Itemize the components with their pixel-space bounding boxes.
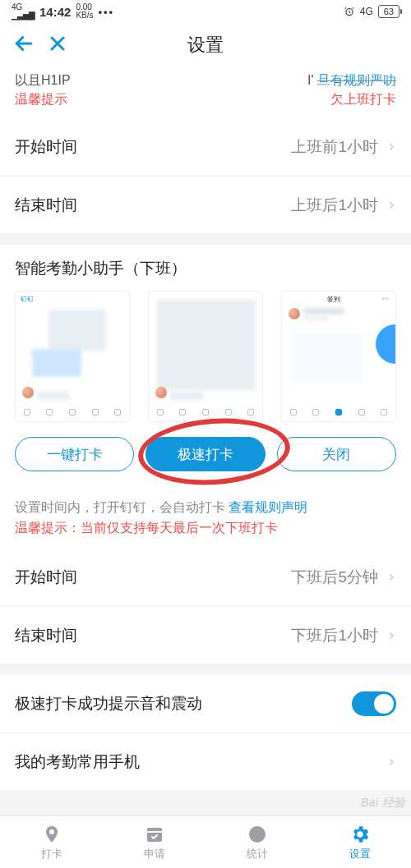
assistant-section: 智能考勤小助手（下班） 钉钉 ◦◦◦ 签到: [0, 245, 411, 488]
mode-button-row: 一键打卡 极速打卡 关闭: [15, 437, 396, 471]
tab-label: 统计: [247, 847, 268, 861]
warm-tip-1: 温馨提示 欠上班打卡: [0, 91, 411, 118]
tab-checkin[interactable]: 打卡: [41, 824, 62, 861]
preview-card: [148, 291, 263, 422]
rule-link[interactable]: 查看规则声明: [229, 500, 307, 514]
status-network: 4G: [360, 6, 373, 17]
partial-text-left: 以且H1IP: [15, 72, 71, 90]
status-kbs: 0.00 KB/s: [76, 3, 93, 20]
assistant-desc: 设置时间内，打开钉钉，会自动打卡 查看规则声明 温馨提示：当前仅支持每天最后一次…: [0, 488, 411, 549]
section-other-settings: 极速打卡成功提示音和震动 我的考勤常用手机: [0, 675, 411, 790]
tab-label: 打卡: [41, 847, 62, 861]
row-label: 开始时间: [15, 136, 77, 158]
row-label: 我的考勤常用手机: [15, 751, 140, 773]
svg-rect-1: [147, 828, 162, 842]
chevron-right-icon: [386, 627, 396, 644]
row-label: 结束时间: [15, 625, 77, 646]
mode-fast[interactable]: 极速打卡: [145, 437, 265, 471]
preview-row: 钉钉 ◦◦◦ 签到: [15, 291, 396, 422]
bottom-tab-bar: 打卡 申请 统计 设置: [0, 815, 411, 868]
partial-text-right: I' 旦有规则严叻: [307, 72, 396, 90]
chevron-right-icon: [386, 197, 396, 214]
obscured-region: [71, 93, 327, 108]
back-button[interactable]: [12, 31, 36, 59]
alarm-icon: [344, 6, 355, 17]
close-button[interactable]: [48, 34, 67, 57]
row-end-time[interactable]: 结束时间 上班后1小时: [0, 176, 411, 233]
status-more-dots: •••: [99, 6, 115, 18]
tab-settings[interactable]: 设置: [349, 824, 371, 861]
row-label: 结束时间: [15, 195, 77, 216]
row-my-phone[interactable]: 我的考勤常用手机: [0, 733, 411, 790]
mode-off[interactable]: 关闭: [277, 437, 396, 471]
calendar-check-icon: [144, 824, 165, 845]
tab-stats[interactable]: 统计: [247, 824, 268, 861]
tab-label: 申请: [144, 847, 165, 861]
rule-link-struck[interactable]: 旦有规则严叻: [317, 73, 396, 87]
row-start-time[interactable]: 开始时间 上班前1小时: [0, 118, 411, 176]
row-sound-vibrate[interactable]: 极速打卡成功提示音和震动: [0, 675, 411, 733]
signal-icon: 4G ▁▃▅▇: [12, 3, 35, 20]
section-off-times: 开始时间 下班后5分钟 结束时间 下班后1小时: [0, 549, 411, 664]
close-icon: [48, 34, 67, 53]
tab-apply[interactable]: 申请: [144, 824, 165, 861]
chevron-right-icon: [386, 754, 396, 770]
status-bar-left: 4G ▁▃▅▇ 14:42 0.00 KB/s •••: [12, 3, 114, 20]
preview-card: 钉钉: [15, 291, 130, 422]
obscured-region: [111, 74, 267, 89]
chevron-right-icon: [386, 139, 396, 155]
row-value: 下班后1小时: [291, 625, 378, 646]
mode-one-click[interactable]: 一键打卡: [15, 437, 134, 471]
row-value: 上班前1小时: [291, 136, 378, 158]
chevron-right-icon: [386, 569, 396, 586]
assistant-desc-text: 设置时间内，打开钉钉，会自动打卡 查看规则声明: [0, 488, 411, 518]
warm-tip-2: 温馨提示：当前仅支持每天最后一次下班打卡: [0, 518, 411, 549]
row-value: 下班后5分钟: [291, 567, 378, 588]
row-off-end[interactable]: 结束时间 下班后1小时: [0, 606, 411, 664]
arrow-left-icon: [12, 31, 36, 56]
toggle-sound-vibrate[interactable]: [352, 691, 396, 716]
map-pin-icon: [41, 824, 62, 845]
preview-card: ◦◦◦ 签到: [281, 291, 396, 422]
status-bar-right: 4G 63: [344, 5, 399, 18]
status-bar: 4G ▁▃▅▇ 14:42 0.00 KB/s ••• 4G 63: [0, 0, 411, 23]
tab-label: 设置: [349, 847, 371, 861]
row-label: 开始时间: [15, 567, 77, 588]
assistant-title: 智能考勤小助手（下班）: [15, 258, 396, 279]
gear-icon: [349, 824, 371, 845]
battery-icon: 63: [378, 5, 399, 18]
row-label: 极速打卡成功提示音和震动: [15, 693, 202, 714]
row-off-start[interactable]: 开始时间 下班后5分钟: [0, 549, 411, 606]
row-value: 上班后1小时: [291, 195, 378, 216]
status-time: 14:42: [39, 5, 71, 19]
pie-chart-icon: [247, 824, 268, 845]
nav-bar: 设置: [0, 23, 411, 67]
section-work-start-times: 开始时间 上班前1小时 结束时间 上班后1小时: [0, 118, 411, 233]
watermark: Bai 经验: [361, 796, 406, 811]
section-top-partial: 以且H1IP I' 旦有规则严叻 温馨提示 欠上班打卡: [0, 67, 411, 118]
